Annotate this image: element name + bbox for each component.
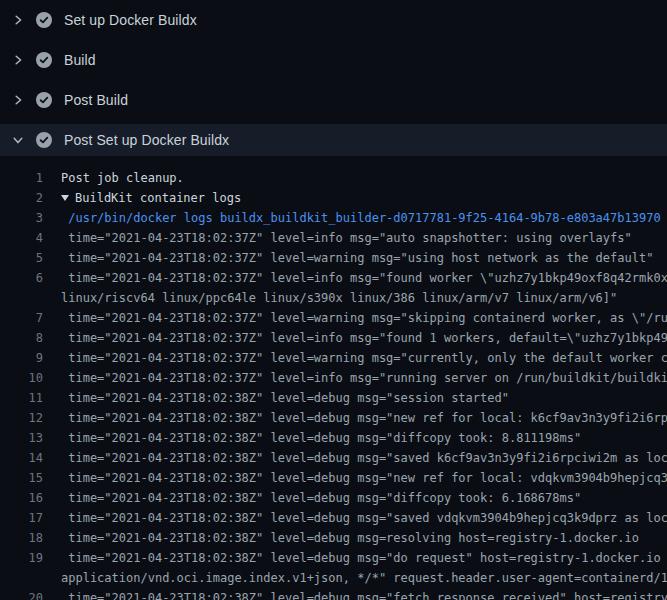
log-line-number[interactable]: 16 [0,488,43,508]
log-line: 5 time="2021-04-23T18:02:37Z" level=warn… [0,248,667,268]
log-line-number [0,568,43,588]
step-label: Set up Docker Buildx [64,12,197,28]
log-line-number[interactable]: 11 [0,388,43,408]
log-line-text: time="2021-04-23T18:02:38Z" level=debug … [61,528,667,548]
log-line-text: time="2021-04-23T18:02:38Z" level=debug … [61,488,667,508]
log-line: 6 time="2021-04-23T18:02:37Z" level=info… [0,268,667,288]
log-line-text: time="2021-04-23T18:02:37Z" level=warnin… [61,308,667,328]
step-label: Build [64,52,96,68]
log-line: 14 time="2021-04-23T18:02:38Z" level=deb… [0,448,667,468]
log-viewer: 1 Post job cleanup. 2 BuildKit container… [0,160,667,600]
log-line-text: time="2021-04-23T18:02:37Z" level=info m… [61,368,667,388]
log-line-text: time="2021-04-23T18:02:38Z" level=debug … [61,468,667,488]
log-line: 10 time="2021-04-23T18:02:37Z" level=inf… [0,368,667,388]
log-line-text: time="2021-04-23T18:02:37Z" level=info m… [61,328,667,348]
log-line-text: time="2021-04-23T18:02:38Z" level=debug … [61,388,667,408]
check-circle-icon [36,132,52,148]
log-line-number[interactable]: 6 [0,268,43,288]
chevron-right-icon [10,12,26,28]
log-line: 3 /usr/bin/docker logs buildx_buildkit_b… [0,208,667,228]
log-line: 1 Post job cleanup. [0,168,667,188]
log-line: 15 time="2021-04-23T18:02:38Z" level=deb… [0,468,667,488]
log-line: 4 time="2021-04-23T18:02:37Z" level=info… [0,228,667,248]
log-line: 11 time="2021-04-23T18:02:38Z" level=deb… [0,388,667,408]
step-list: Set up Docker Buildx Build P [0,0,667,156]
log-line-text: Post job cleanup. [61,168,667,188]
log-line: 8 time="2021-04-23T18:02:37Z" level=info… [0,328,667,348]
log-line: 17 time="2021-04-23T18:02:38Z" level=deb… [0,508,667,528]
log-line-number[interactable]: 18 [0,528,43,548]
log-line: 9 time="2021-04-23T18:02:37Z" level=warn… [0,348,667,368]
log-line-text: time="2021-04-23T18:02:38Z" level=debug … [61,408,667,428]
log-line-text: time="2021-04-23T18:02:37Z" level=warnin… [61,348,667,368]
log-line-number[interactable]: 4 [0,228,43,248]
step-row-post-set-up-docker-buildx[interactable]: Post Set up Docker Buildx [0,124,667,156]
log-line-number[interactable]: 15 [0,468,43,488]
log-line: 13 time="2021-04-23T18:02:38Z" level=deb… [0,428,667,448]
step-label: Post Build [64,92,128,108]
log-line: application/vnd.oci.image.index.v1+json,… [0,568,667,588]
log-line-number[interactable]: 13 [0,428,43,448]
log-line-number[interactable]: 9 [0,348,43,368]
log-line-number[interactable]: 19 [0,548,43,568]
log-line-number[interactable]: 12 [0,408,43,428]
chevron-right-icon [10,92,26,108]
log-line-number[interactable]: 5 [0,248,43,268]
log-line: 16 time="2021-04-23T18:02:38Z" level=deb… [0,488,667,508]
log-line-text: time="2021-04-23T18:02:38Z" level=debug … [61,508,667,528]
log-line: linux/riscv64 linux/ppc64le linux/s390x … [0,288,667,308]
log-line: 18 time="2021-04-23T18:02:38Z" level=deb… [0,528,667,548]
log-line-text: time="2021-04-23T18:02:37Z" level=info m… [61,228,667,248]
check-circle-icon [36,52,52,68]
log-line: 7 time="2021-04-23T18:02:37Z" level=warn… [0,308,667,328]
log-line-text: time="2021-04-23T18:02:37Z" level=warnin… [61,248,667,268]
step-row-post-build[interactable]: Post Build [0,80,667,120]
log-line-number[interactable]: 10 [0,368,43,388]
log-line-number[interactable]: 8 [0,328,43,348]
check-circle-icon [36,12,52,28]
step-row-build[interactable]: Build [0,40,667,80]
chevron-down-icon [10,132,26,148]
log-line-text: time="2021-04-23T18:02:38Z" level=debug … [61,548,667,568]
step-label: Post Set up Docker Buildx [64,132,229,148]
log-line-number[interactable]: 3 [0,208,43,228]
log-line-number[interactable]: 1 [0,168,43,188]
log-line-number [0,288,43,308]
log-line: 20 time="2021-04-23T18:02:38Z" level=deb… [0,588,667,600]
log-line-number[interactable]: 2 [0,188,43,208]
log-group-toggle[interactable]: BuildKit container logs [61,188,667,208]
log-line-text: time="2021-04-23T18:02:38Z" level=debug … [61,448,667,468]
log-line-number[interactable]: 17 [0,508,43,528]
log-line-number[interactable]: 20 [0,588,43,600]
log-line-number[interactable]: 7 [0,308,43,328]
log-line-text: time="2021-04-23T18:02:38Z" level=debug … [61,428,667,448]
check-circle-icon [36,92,52,108]
chevron-right-icon [10,52,26,68]
log-line-text: time="2021-04-23T18:02:37Z" level=info m… [61,268,667,288]
group-caret-icon [61,195,69,201]
log-line-number[interactable]: 14 [0,448,43,468]
step-row-set-up-docker-buildx[interactable]: Set up Docker Buildx [0,0,667,40]
log-line-text: linux/riscv64 linux/ppc64le linux/s390x … [61,288,667,308]
log-line: 2 BuildKit container logs [0,188,667,208]
log-line-text: application/vnd.oci.image.index.v1+json,… [61,568,667,588]
log-line: 12 time="2021-04-23T18:02:38Z" level=deb… [0,408,667,428]
log-line: 19 time="2021-04-23T18:02:38Z" level=deb… [0,548,667,568]
log-line-text: /usr/bin/docker logs buildx_buildkit_bui… [61,208,667,228]
log-line-text: time="2021-04-23T18:02:38Z" level=debug … [61,588,667,600]
